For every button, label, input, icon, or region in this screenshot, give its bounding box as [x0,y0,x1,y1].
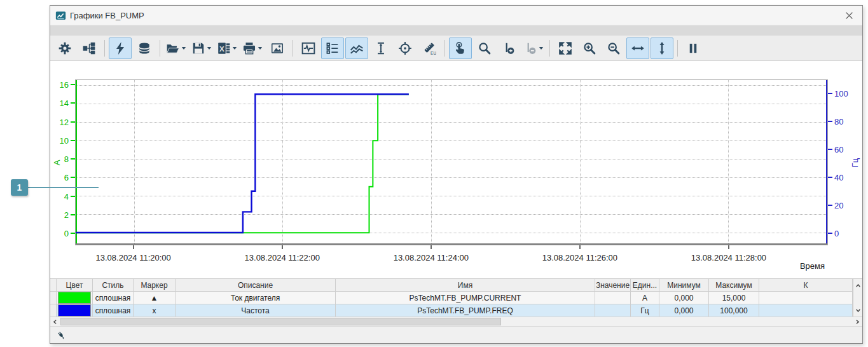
cell-name[interactable]: PsTechMT.FB_PUMP.FREQ [336,304,595,316]
archive-data-button[interactable] [133,37,156,59]
curves-button[interactable] [345,37,368,59]
structure-button[interactable] [78,37,100,59]
x-axis-tick-label: 13.08.2024 11:22:00 [245,253,320,262]
x-axis-tick-label: 13.08.2024 11:26:00 [542,253,617,262]
cell-value[interactable] [595,304,631,316]
table-header-value[interactable]: Значение [595,279,631,291]
pause-button[interactable] [682,37,705,59]
cell-unit[interactable]: A [631,292,659,304]
table-row[interactable]: сплошная▲Ток двигателяPsTechMT.FB_PUMP.C… [50,292,853,304]
chart-area: Время 0246810121416A020406080100Гц13.08.… [50,61,862,278]
online-mode-button[interactable] [109,37,132,59]
row-indicator[interactable] [50,292,57,304]
page: 1 Графики FB_PUMP XEU Время 024681012141… [0,0,868,347]
scroll-left-icon[interactable] [50,317,60,326]
cell-description[interactable]: Частота [176,304,336,316]
cell-style[interactable]: сплошная [93,304,134,316]
table-header-row[interactable]: ЦветСтильМаркерОписаниеИмяЗначениеЕдин..… [50,279,853,292]
cell-color[interactable] [57,292,93,304]
fit-all-button[interactable] [554,37,577,59]
cell-value[interactable] [595,292,631,304]
plot-area[interactable] [75,79,828,245]
x-axis-tick-label: 13.08.2024 11:24:00 [394,253,469,262]
left-axis-tick-label: 14 [60,99,69,108]
toolbar-separator [160,40,160,57]
cell-max[interactable]: 15,000 [709,292,759,304]
zoom-select-button[interactable] [473,37,496,59]
engineering-units-button[interactable]: EU [418,37,441,59]
legend-button[interactable] [321,37,344,59]
fit-horizontal-button[interactable] [626,37,649,59]
row-indicator[interactable] [50,304,57,316]
right-axis-tick-label: 40 [834,173,843,182]
cell-k[interactable] [759,292,853,304]
x-axis-tick [282,245,283,249]
save-image-button[interactable] [266,37,289,59]
cell-k[interactable] [759,304,853,316]
cell-min[interactable]: 0,000 [659,292,709,304]
scroll-down-icon[interactable] [853,304,862,316]
table-header-description[interactable]: Описание [176,279,336,291]
table-header-name[interactable]: Имя [336,279,595,291]
cell-name[interactable]: PsTechMT.FB_PUMP.CURRENT [336,292,595,304]
crosshair-button[interactable] [394,37,417,59]
zoom-in-button[interactable] [578,37,601,59]
add-marker-button[interactable] [497,37,520,59]
window-title: Графики FB_PUMP [70,11,144,20]
scroll-up-icon[interactable] [853,279,862,292]
cell-description[interactable]: Ток двигателя [176,292,336,304]
status-bar [50,326,862,343]
cell-unit[interactable]: Гц [631,304,659,316]
cell-style[interactable]: сплошная [93,292,134,304]
fit-vertical-button[interactable] [651,37,673,59]
horizontal-scroll-thumb[interactable] [60,318,501,325]
cell-min[interactable]: 0,000 [659,304,709,316]
oscillogram-button[interactable] [297,37,320,59]
right-axis-tick-label: 20 [834,201,843,210]
value-ruler-button[interactable] [369,37,392,59]
right-axis-tick [828,233,832,234]
table-header-marker[interactable]: Маркер [134,279,176,291]
x-axis-tick [133,245,134,249]
cell-marker[interactable]: x [134,304,176,316]
left-axis-tick [71,140,75,141]
save-button[interactable] [189,37,214,59]
remove-marker-button[interactable] [521,37,546,59]
toolbar-separator [549,40,550,57]
left-axis-tick [71,233,75,234]
hierarchy-icon [82,41,96,55]
table-row[interactable]: сплошнаяxЧастотаPsTechMT.FB_PUMP.FREQГц0… [50,304,853,317]
settings-button[interactable] [53,37,76,59]
cell-color[interactable] [57,304,93,316]
export-excel-button[interactable]: X [215,37,239,59]
left-axis-tick-label: 8 [64,154,69,164]
right-axis-tick-label: 60 [834,145,843,154]
cell-marker[interactable]: ▲ [134,292,176,304]
open-button[interactable] [164,37,188,59]
zoom-in-icon [582,41,596,55]
scroll-right-icon[interactable] [853,317,862,326]
table-header-indicator[interactable] [50,279,57,291]
table-horizontal-scrollbar[interactable] [50,316,862,326]
zoom-out-button[interactable] [602,37,625,59]
table-header-k[interactable]: К [759,279,853,291]
table-vertical-scrollbar[interactable] [853,279,862,316]
print-button[interactable] [240,37,265,59]
titlebar[interactable]: Графики FB_PUMP [50,6,862,25]
cell-max[interactable]: 100,000 [709,304,759,316]
table-header-color[interactable]: Цвет [57,279,93,291]
ruler-eu-icon: EU [422,41,436,55]
color-swatch [58,292,91,304]
table-header-style[interactable]: Стиль [93,279,134,291]
table-header-unit[interactable]: Един... [631,279,659,291]
right-axis-tick-label: 80 [834,117,843,126]
left-axis-tick-label: 16 [60,80,69,90]
svg-text:EU: EU [431,50,436,55]
caret-down-icon [232,46,237,50]
close-icon[interactable] [839,8,858,22]
table-header-min[interactable]: Минимум [659,279,709,291]
pan-mode-button[interactable] [449,37,472,59]
waveform-icon [301,41,315,55]
table-header-max[interactable]: Максимум [709,279,759,291]
marker-add-icon [502,41,516,55]
